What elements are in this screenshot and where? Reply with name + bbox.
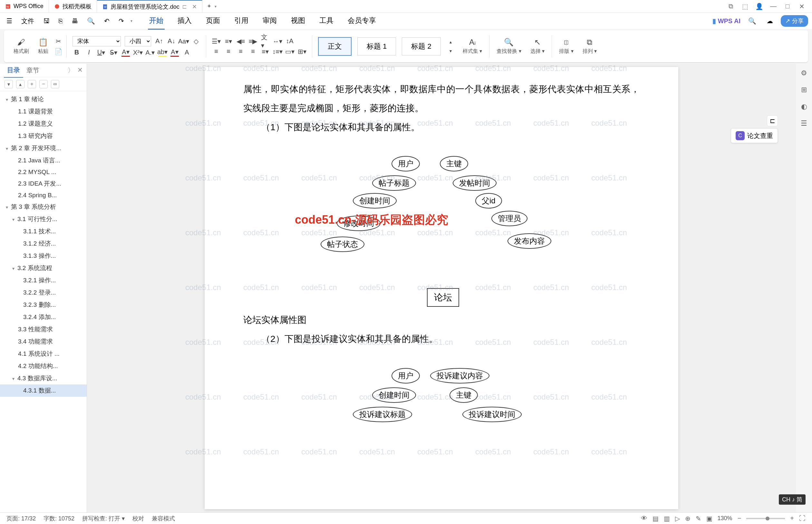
change-case-icon[interactable]: Aa▾ bbox=[180, 37, 188, 46]
outline-item[interactable]: 2.4 Spring B... bbox=[0, 190, 87, 201]
outline-item[interactable]: 1.2 课题意义 bbox=[0, 118, 87, 130]
align-justify-icon[interactable]: ≡ bbox=[249, 47, 257, 56]
undo-icon[interactable]: ↶ bbox=[101, 16, 112, 26]
outline-tab-sections[interactable]: 章节 bbox=[23, 64, 43, 77]
maximize-icon[interactable]: □ bbox=[784, 3, 791, 10]
outline-item[interactable]: 2.2 MYSQL ... bbox=[0, 167, 87, 178]
add-item-icon[interactable]: + bbox=[28, 80, 36, 88]
phonetic-icon[interactable]: A.▾ bbox=[146, 48, 154, 57]
outline-item[interactable]: 4.3.1 数据... bbox=[0, 384, 87, 397]
outline-item[interactable]: ▾3.2 系统流程 bbox=[0, 262, 87, 274]
bullets-icon[interactable]: ☰▾ bbox=[212, 37, 220, 46]
brush-icon[interactable]: 🖌 bbox=[17, 38, 25, 47]
cube-icon[interactable]: ⬚ bbox=[741, 3, 749, 10]
outline-item[interactable]: ▾3.1 可行性分... bbox=[0, 213, 87, 225]
fit-icon[interactable]: ▣ bbox=[706, 515, 712, 522]
collapse-rail-icon[interactable]: ⊏ bbox=[767, 115, 778, 126]
template-tab[interactable]: 找稻壳模板 bbox=[49, 0, 97, 13]
outline-item[interactable]: 3.2.1 操作... bbox=[0, 274, 87, 286]
pin-icon[interactable]: ⊏ bbox=[182, 3, 187, 10]
shrink-font-icon[interactable]: A↓ bbox=[167, 37, 176, 46]
outline-item[interactable]: 3.3 性能需求 bbox=[0, 323, 87, 335]
play-icon[interactable]: ▷ bbox=[675, 515, 680, 522]
zoom-in-icon[interactable]: + bbox=[790, 515, 794, 522]
char-scale-icon[interactable]: ↔▾ bbox=[273, 37, 282, 46]
remove-item-icon[interactable]: − bbox=[39, 80, 48, 88]
tab-insert[interactable]: 插入 bbox=[176, 13, 193, 30]
outline-item[interactable]: 3.1.2 经济... bbox=[0, 238, 87, 250]
italic-icon[interactable]: I bbox=[85, 48, 93, 57]
file-menu[interactable]: 文件 bbox=[19, 15, 37, 27]
outline-item[interactable]: 3.2.4 添加... bbox=[0, 311, 87, 323]
outline-item[interactable]: 1.1 课题背景 bbox=[0, 105, 87, 118]
font-family-select[interactable]: 宋体 bbox=[72, 36, 121, 46]
tab-page[interactable]: 页面 bbox=[204, 13, 221, 30]
distribute-icon[interactable]: ≡▾ bbox=[261, 47, 269, 56]
clear-format-icon[interactable]: ◇ bbox=[192, 37, 200, 46]
numbering-icon[interactable]: ≡▾ bbox=[224, 37, 233, 46]
outline-item[interactable]: ▾第 2 章 开发环境... bbox=[0, 142, 87, 154]
multi-window-icon[interactable]: ⧉ bbox=[727, 3, 735, 10]
document-canvas[interactable]: 属性，即实体的特征，矩形代表实体，即数据库中的一个具体数据表，菱形代表实体中相互… bbox=[87, 64, 796, 512]
tab-reference[interactable]: 引用 bbox=[233, 13, 250, 30]
outline-item[interactable]: 3.1.1 技术... bbox=[0, 225, 87, 238]
menu-icon[interactable]: ☰ bbox=[4, 16, 15, 26]
typeset-group[interactable]: ⎅ 排版 ▾ bbox=[556, 38, 577, 55]
zoom-level[interactable]: 130% bbox=[717, 515, 732, 522]
outline-tab-contents[interactable]: 目录 bbox=[4, 63, 23, 78]
style-up-icon[interactable]: ▴ bbox=[447, 38, 455, 46]
proofread-status[interactable]: 校对 bbox=[132, 515, 144, 522]
plagiarism-check-button[interactable]: C 论文查重 bbox=[731, 128, 778, 143]
outline-item[interactable]: ▾4.3 数据库设... bbox=[0, 372, 87, 384]
outline-item[interactable]: 2.3 IDEA 开发... bbox=[0, 178, 87, 190]
tab-tools[interactable]: 工具 bbox=[318, 13, 335, 30]
new-tab-button[interactable]: + ▾ bbox=[202, 0, 222, 13]
search-icon[interactable]: 🔍 bbox=[746, 16, 759, 26]
sort-icon[interactable]: ↕A bbox=[285, 37, 294, 46]
close-tab-icon[interactable]: ✕ bbox=[192, 3, 197, 10]
compat-mode[interactable]: 兼容模式 bbox=[152, 515, 175, 522]
minimize-icon[interactable]: — bbox=[769, 3, 777, 10]
style-set-group[interactable]: Aᵢ 样式集 ▾ bbox=[460, 38, 485, 55]
line-spacing-icon[interactable]: ↕≡▾ bbox=[273, 47, 282, 56]
close-window-icon[interactable]: ✕ bbox=[798, 3, 806, 10]
char-border-icon[interactable]: A bbox=[183, 48, 191, 57]
page-indicator[interactable]: 页面: 17/32 bbox=[6, 515, 36, 522]
highlight-icon[interactable]: ab▾ bbox=[158, 48, 167, 57]
rail-tool3-icon[interactable]: ◐ bbox=[798, 101, 809, 112]
font-size-select[interactable]: 小四 bbox=[125, 36, 151, 46]
text-direction-icon[interactable]: 文▾ bbox=[261, 37, 269, 46]
style-heading2[interactable]: 标题 2 bbox=[402, 37, 441, 55]
decrease-indent-icon[interactable]: ◀≡ bbox=[236, 37, 245, 46]
style-normal[interactable]: 正文 bbox=[318, 37, 351, 56]
export-icon[interactable]: ⎘ bbox=[56, 16, 65, 26]
rail-tool2-icon[interactable]: ⊞ bbox=[798, 84, 809, 95]
app-tab[interactable]: W WPS Office bbox=[0, 0, 49, 13]
rail-tool1-icon[interactable]: ⚙ bbox=[798, 68, 809, 79]
outline-item[interactable]: 3.2.2 登录... bbox=[0, 286, 87, 299]
tab-view[interactable]: 视图 bbox=[290, 13, 306, 30]
fullscreen-icon[interactable]: ⛶ bbox=[799, 515, 806, 522]
share-button[interactable]: ↗分享 bbox=[781, 15, 808, 27]
outline-item[interactable]: 3.4 功能需求 bbox=[0, 335, 87, 348]
grid-icon[interactable]: ⊕ bbox=[685, 515, 691, 522]
collapse-up-icon[interactable]: ▴ bbox=[16, 80, 24, 88]
eye-icon[interactable]: 👁 bbox=[641, 515, 647, 522]
strikethrough-icon[interactable]: S̶▾ bbox=[109, 48, 118, 57]
arrange-group[interactable]: ⧉ 排列 ▾ bbox=[579, 38, 600, 55]
print-icon[interactable]: 🖶 bbox=[69, 16, 81, 26]
tab-member[interactable]: 会员专享 bbox=[346, 13, 377, 30]
collapse-down-icon[interactable]: ▾ bbox=[4, 80, 13, 88]
outline-item[interactable]: 4.2 功能结构... bbox=[0, 360, 87, 372]
chevron-down-icon[interactable]: ▾ bbox=[215, 4, 217, 9]
redo-icon[interactable]: ↷ bbox=[116, 16, 127, 26]
rail-tool4-icon[interactable]: ☰ bbox=[798, 118, 809, 129]
outline-item[interactable]: 2.1 Java 语言... bbox=[0, 154, 87, 167]
outline-item[interactable]: ▾第 1 章 绪论 bbox=[0, 93, 87, 105]
wps-ai-button[interactable]: ▮ WPS AI bbox=[712, 17, 741, 25]
outline-item[interactable]: 1.3 研究内容 bbox=[0, 130, 87, 142]
cloud-icon[interactable]: ☁ bbox=[764, 16, 776, 26]
preview-icon[interactable]: 🔍 bbox=[84, 16, 98, 26]
tab-review[interactable]: 审阅 bbox=[261, 13, 278, 30]
save-icon[interactable]: 🖫 bbox=[40, 16, 52, 26]
